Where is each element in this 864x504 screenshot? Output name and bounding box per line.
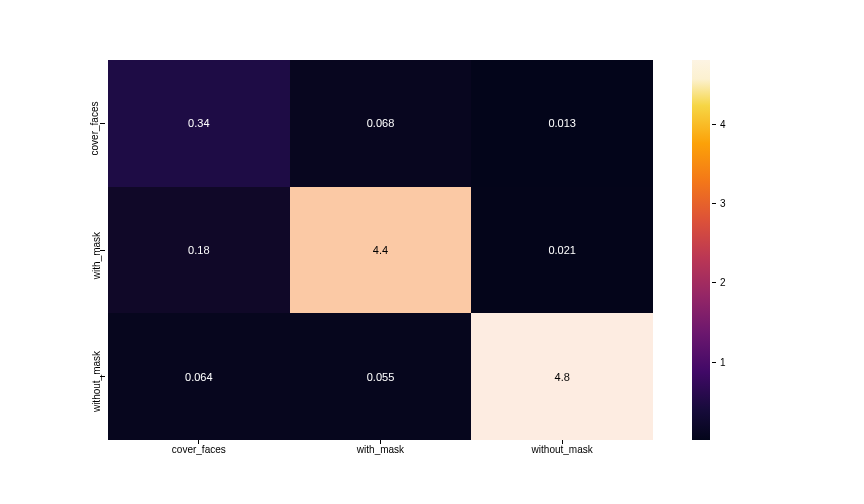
y-label-0: cover_faces bbox=[89, 102, 100, 156]
y-tick bbox=[100, 250, 105, 251]
cell-value: 0.068 bbox=[367, 117, 395, 129]
cb-tick-label: 1 bbox=[720, 357, 726, 368]
cell-0-2: 0.013 bbox=[471, 60, 653, 187]
cell-value: 4.8 bbox=[555, 371, 570, 383]
heatmap-grid: 0.34 0.068 0.013 0.18 4.4 0.021 0.064 0.… bbox=[108, 60, 653, 440]
cell-0-1: 0.068 bbox=[290, 60, 472, 187]
x-label-1: with_mask bbox=[290, 444, 472, 464]
cell-value: 0.055 bbox=[367, 371, 395, 383]
x-tick bbox=[562, 440, 563, 444]
cb-tick-label: 3 bbox=[720, 198, 726, 209]
cell-value: 0.021 bbox=[548, 244, 576, 256]
x-label-2: without_mask bbox=[471, 444, 653, 464]
cb-tick bbox=[712, 203, 716, 204]
heatmap-plot: 0.34 0.068 0.013 0.18 4.4 0.021 0.064 0.… bbox=[108, 60, 653, 440]
cb-tick bbox=[712, 124, 716, 125]
cell-value: 0.34 bbox=[188, 117, 209, 129]
cell-2-2: 4.8 bbox=[471, 313, 653, 440]
y-tick bbox=[100, 376, 105, 377]
colorbar-ticks: 1 2 3 4 bbox=[712, 60, 742, 440]
x-axis-ticks bbox=[108, 440, 653, 444]
cb-tick bbox=[712, 282, 716, 283]
cell-value: 0.013 bbox=[548, 117, 576, 129]
cb-tick-label: 4 bbox=[720, 119, 726, 130]
cell-2-0: 0.064 bbox=[108, 313, 290, 440]
x-tick bbox=[198, 440, 199, 444]
cell-1-1: 4.4 bbox=[290, 187, 472, 314]
cb-tick-label: 2 bbox=[720, 277, 726, 288]
cell-value: 0.064 bbox=[185, 371, 213, 383]
y-tick bbox=[100, 123, 105, 124]
colorbar bbox=[692, 60, 710, 440]
cell-2-1: 0.055 bbox=[290, 313, 472, 440]
cell-value: 4.4 bbox=[373, 244, 388, 256]
x-tick bbox=[380, 440, 381, 444]
x-label-0: cover_faces bbox=[108, 444, 290, 464]
y-axis-ticks bbox=[100, 60, 106, 440]
cell-0-0: 0.34 bbox=[108, 60, 290, 187]
cell-value: 0.18 bbox=[188, 244, 209, 256]
cb-tick bbox=[712, 362, 716, 363]
cell-1-2: 0.021 bbox=[471, 187, 653, 314]
cell-1-0: 0.18 bbox=[108, 187, 290, 314]
x-axis-labels: cover_faces with_mask without_mask bbox=[108, 444, 653, 464]
